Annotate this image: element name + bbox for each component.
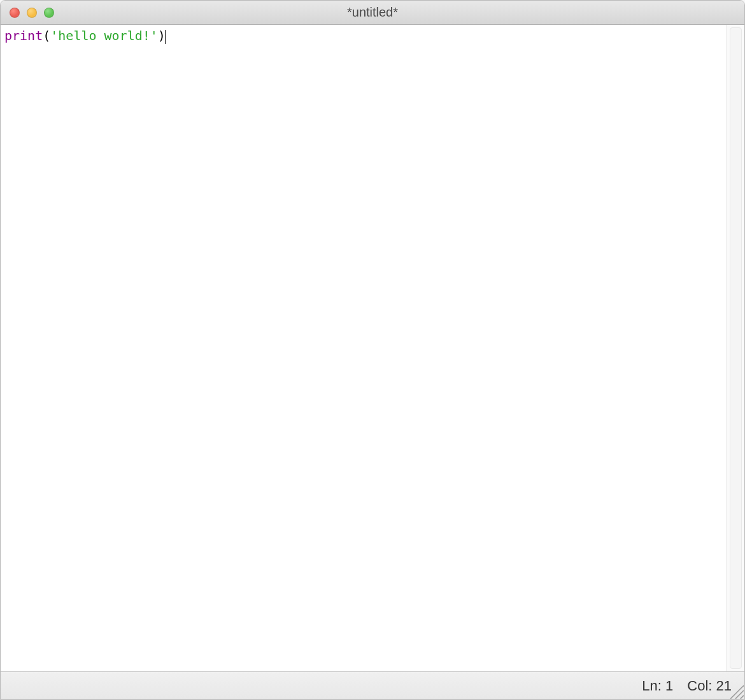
traffic-lights xyxy=(1,8,54,18)
code-token[interactable]: ( xyxy=(43,28,50,43)
code-line[interactable]: print('hello world!') xyxy=(4,27,723,44)
window-title: *untitled* xyxy=(347,5,398,20)
editor-area: print('hello world!') xyxy=(1,25,744,671)
status-line: Ln: 1 xyxy=(642,678,673,694)
minimize-button[interactable] xyxy=(27,8,37,18)
code-token[interactable]: 'hello world!' xyxy=(50,28,158,43)
maximize-button[interactable] xyxy=(44,8,54,18)
code-editor[interactable]: print('hello world!') xyxy=(1,25,727,671)
svg-line-2 xyxy=(741,696,744,699)
vertical-scrollbar[interactable] xyxy=(727,25,744,671)
editor-window: *untitled* print('hello world!') Ln: 1 C… xyxy=(0,0,745,700)
scrollbar-thumb[interactable] xyxy=(730,27,742,669)
text-cursor xyxy=(165,30,166,44)
status-col: Col: 21 xyxy=(687,678,732,694)
statusbar: Ln: 1 Col: 21 xyxy=(1,671,744,699)
close-button[interactable] xyxy=(10,8,20,18)
svg-line-1 xyxy=(735,690,744,699)
code-token[interactable]: print xyxy=(4,28,43,43)
svg-line-0 xyxy=(730,685,744,699)
titlebar[interactable]: *untitled* xyxy=(1,1,744,25)
